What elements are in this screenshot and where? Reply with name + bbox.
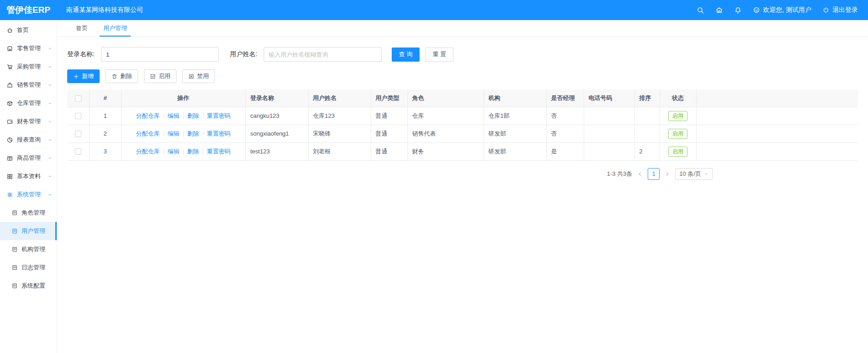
home-icon[interactable]	[715, 6, 723, 14]
sidebar-item-org-management[interactable]: 机构管理	[0, 240, 57, 258]
col-header-role: 角色	[407, 90, 484, 107]
sidebar-item-retail[interactable]: 零售管理	[0, 39, 57, 58]
delete-link[interactable]: 删除	[187, 148, 199, 155]
table-row: 3 分配仓库编辑删除重置密码 test123 刘老根 普通 财务 研发部 是	[67, 142, 858, 160]
sidebar-item-sales[interactable]: 销售管理	[0, 76, 57, 94]
divider	[183, 131, 184, 137]
assign-warehouse-link[interactable]: 分配仓库	[136, 112, 160, 119]
topbar-actions: 欢迎您, 测试用户 退出登录	[697, 6, 868, 14]
sidebar-item-home[interactable]: 首页	[0, 21, 57, 39]
welcome-text: 欢迎您, 测试用户	[763, 6, 811, 14]
cart-icon	[6, 63, 13, 70]
sidebar-item-reports[interactable]: 报表查询	[0, 131, 57, 149]
grid-icon	[6, 173, 13, 180]
sidebar-item-goods[interactable]: 商品管理	[0, 149, 57, 167]
delete-link[interactable]: 删除	[187, 130, 199, 137]
reset-password-link[interactable]: 重置密码	[207, 130, 231, 137]
topbar: 管伊佳ERP 南通某某网络科技有限公司 欢迎您, 测试用户 退出登录	[0, 0, 868, 20]
cell-name: 宋晓锋	[308, 125, 371, 142]
divider	[203, 113, 203, 119]
chevron-down-icon	[48, 101, 53, 106]
app-logo: 管伊佳ERP	[0, 4, 57, 16]
page-size-select[interactable]: 10 条/页	[675, 168, 713, 180]
row-checkbox[interactable]	[75, 131, 81, 137]
sidebar-item-label: 系统配置	[21, 282, 45, 290]
delete-link[interactable]: 删除	[187, 112, 199, 119]
page-number-button[interactable]: 1	[648, 168, 660, 180]
package-icon	[6, 155, 13, 162]
col-header-actions: 操作	[121, 90, 245, 107]
chevron-down-icon	[48, 64, 53, 69]
trash-icon	[112, 74, 117, 79]
delete-button[interactable]: 删除	[106, 69, 138, 83]
col-header-phone: 电话号码	[584, 90, 634, 107]
tab-home[interactable]: 首页	[68, 20, 96, 37]
disable-button[interactable]: 禁用	[182, 69, 215, 83]
divider	[203, 149, 203, 154]
sidebar-item-finance[interactable]: 财务管理	[0, 112, 57, 131]
sidebar-item-warehouse[interactable]: 仓库管理	[0, 94, 57, 112]
edit-link[interactable]: 编辑	[168, 130, 180, 137]
select-all-checkbox[interactable]	[75, 95, 81, 102]
enable-button[interactable]: 启用	[144, 69, 176, 83]
chevron-down-icon	[48, 83, 53, 88]
assign-warehouse-link[interactable]: 分配仓库	[136, 130, 160, 137]
user-name-input[interactable]	[264, 47, 382, 62]
document-icon	[11, 264, 18, 271]
main-area: 首页 用户管理 登录名称: 用户姓名: 查 询 重 置 新增	[57, 20, 868, 353]
enable-button-label: 启用	[159, 72, 170, 80]
chevron-up-icon	[48, 192, 53, 197]
search-icon[interactable]	[697, 6, 704, 14]
logout-button[interactable]: 退出登录	[822, 6, 858, 14]
edit-link[interactable]: 编辑	[168, 148, 180, 155]
reset-password-link[interactable]: 重置密码	[207, 112, 231, 119]
status-badge: 启用	[668, 111, 687, 121]
status-badge: 启用	[668, 147, 687, 157]
tab-user-management[interactable]: 用户管理	[96, 20, 135, 37]
sidebar-item-system-config[interactable]: 系统配置	[0, 277, 57, 295]
add-button[interactable]: 新增	[67, 69, 100, 83]
user-name-label: 用户姓名:	[230, 50, 257, 58]
reset-button[interactable]: 重 置	[425, 47, 453, 62]
cell-role: 销售代表	[407, 125, 484, 142]
welcome-user[interactable]: 欢迎您, 测试用户	[753, 6, 811, 14]
app-window: 管伊佳ERP 南通某某网络科技有限公司 欢迎您, 测试用户 退出登录 首页	[0, 0, 868, 353]
tab-bar: 首页 用户管理	[57, 20, 868, 37]
bell-icon[interactable]	[734, 6, 742, 14]
assign-warehouse-link[interactable]: 分配仓库	[136, 148, 160, 155]
sidebar-item-system[interactable]: 系统管理	[0, 185, 57, 204]
plus-icon	[73, 74, 79, 79]
cell-org: 研发部	[484, 142, 546, 160]
sidebar-item-label: 仓库管理	[17, 99, 41, 107]
sidebar-item-purchase[interactable]: 采购管理	[0, 58, 57, 76]
sidebar: 首页 零售管理 采购管理 销售管理 仓库管理	[0, 20, 57, 353]
sidebar-item-log-management[interactable]: 日志管理	[0, 258, 57, 277]
cell-org: 仓库1部	[484, 107, 546, 125]
row-checkbox[interactable]	[75, 148, 81, 155]
sidebar-item-label: 角色管理	[21, 209, 45, 217]
filter-bar: 登录名称: 用户姓名: 查 询 重 置	[67, 47, 858, 62]
sidebar-item-user-management[interactable]: 用户管理	[0, 222, 57, 240]
sidebar-item-label: 系统管理	[17, 190, 41, 199]
chevron-down-icon	[48, 156, 53, 161]
edit-link[interactable]: 编辑	[168, 112, 180, 119]
login-name-input[interactable]	[101, 47, 219, 62]
cell-sort	[634, 125, 660, 142]
divider	[183, 149, 184, 154]
pie-chart-icon	[6, 137, 13, 143]
row-index: 1	[89, 107, 121, 125]
col-header-index: #	[89, 90, 121, 107]
row-checkbox[interactable]	[75, 113, 81, 119]
next-page-button[interactable]	[664, 168, 671, 180]
reset-password-link[interactable]: 重置密码	[207, 148, 231, 155]
cell-type: 普通	[371, 107, 407, 125]
wallet-icon	[6, 118, 13, 125]
sidebar-item-basic-data[interactable]: 基本资料	[0, 167, 57, 185]
cell-phone	[584, 107, 634, 125]
cell-login: cangku123	[245, 107, 308, 125]
search-button[interactable]: 查 询	[392, 47, 420, 62]
sidebar-item-role-management[interactable]: 角色管理	[0, 204, 57, 222]
row-index: 2	[89, 125, 121, 142]
divider	[164, 149, 164, 154]
prev-page-button[interactable]	[637, 168, 643, 180]
